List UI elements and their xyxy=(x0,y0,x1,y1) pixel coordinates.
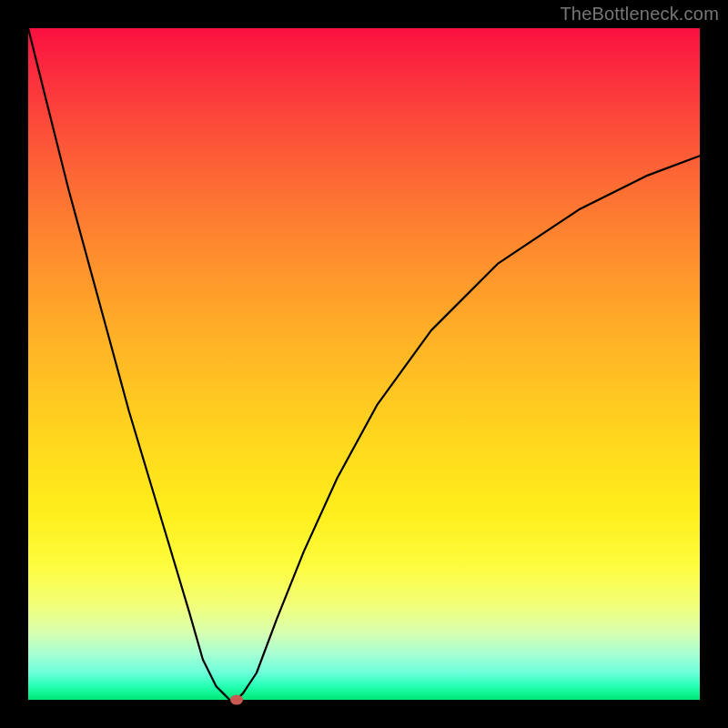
bottleneck-curve xyxy=(28,28,700,700)
watermark-text: TheBottleneck.com xyxy=(560,4,719,25)
plot-area xyxy=(28,28,700,700)
optimum-marker xyxy=(230,695,243,705)
chart-frame: TheBottleneck.com xyxy=(0,0,728,728)
